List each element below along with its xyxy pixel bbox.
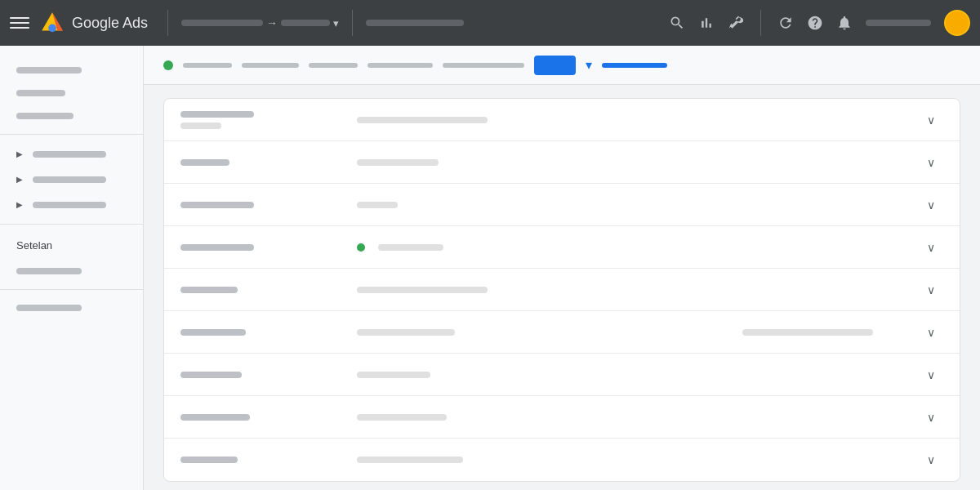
breadcrumb-arrow-icon: → [266, 16, 278, 29]
sidebar-label-6 [33, 202, 106, 208]
chevron-down-icon: ∨ [927, 368, 935, 381]
chevron-down-icon: ∨ [927, 283, 935, 296]
chevron-down-icon: ∨ [927, 241, 935, 254]
nav-divider-3 [760, 10, 761, 36]
row-status-dot [357, 243, 365, 252]
row-col-1 [180, 457, 344, 463]
sidebar-item-3[interactable] [0, 105, 143, 127]
sidebar-item-1[interactable] [0, 59, 143, 82]
chevron-down-icon: ∨ [927, 326, 935, 339]
row-col-2 [357, 159, 729, 166]
row-chevron[interactable]: ∨ [919, 198, 943, 212]
sidebar-item-6[interactable]: ▶ [0, 192, 143, 217]
table-row[interactable]: ∨ [164, 396, 960, 439]
table-row[interactable]: ∨ [164, 184, 960, 226]
sidebar-divider-1 [0, 134, 143, 135]
table-row[interactable]: ∨ [164, 354, 960, 396]
chevron-right-icon-4: ▶ [16, 149, 23, 158]
sidebar-divider-2 [0, 224, 143, 225]
wrench-icon[interactable] [728, 15, 744, 31]
account-label [866, 20, 931, 26]
hamburger-menu[interactable] [10, 13, 29, 33]
sidebar-item-4[interactable]: ▶ [0, 141, 143, 167]
sidebar-label-3 [16, 113, 74, 119]
chevron-down-icon: ∨ [927, 114, 935, 127]
subnav-link[interactable] [602, 63, 667, 68]
row-col-1 [180, 329, 344, 336]
row-chevron[interactable]: ∨ [919, 156, 943, 169]
subnav-item-5[interactable] [443, 63, 524, 68]
refresh-icon[interactable] [777, 15, 794, 31]
row-chevron[interactable]: ∨ [919, 114, 943, 127]
sidebar-label-8 [16, 305, 82, 311]
help-icon[interactable] [807, 15, 823, 31]
row-col-1 [180, 287, 344, 293]
sub-navigation: ▾ [144, 46, 980, 85]
row-chevron[interactable]: ∨ [919, 453, 943, 466]
row-col-2 [357, 457, 729, 463]
table-row[interactable]: ∨ [164, 99, 960, 141]
row-chevron[interactable]: ∨ [919, 368, 943, 381]
nav-divider-1 [167, 10, 168, 36]
row-chevron[interactable]: ∨ [919, 411, 943, 424]
row-col-1 [180, 159, 344, 166]
chevron-down-icon: ∨ [927, 453, 935, 466]
row-col-1 [180, 244, 344, 251]
table-row[interactable]: ∨ [164, 439, 960, 481]
table-row[interactable]: ∨ [164, 269, 960, 311]
row-chevron[interactable]: ∨ [919, 283, 943, 296]
table-row[interactable]: ∨ [164, 226, 960, 269]
row-chevron[interactable]: ∨ [919, 326, 943, 339]
user-avatar[interactable] [944, 10, 970, 36]
sidebar-label-7 [16, 268, 82, 274]
row-col-3 [742, 329, 906, 336]
bar-chart-icon[interactable] [698, 15, 715, 31]
sidebar-label-1 [16, 67, 82, 74]
row-col-1 [180, 111, 344, 129]
breadcrumb: → ▾ [181, 16, 339, 29]
breadcrumb-sub-text [281, 20, 330, 26]
row-col-2 [357, 414, 729, 421]
chevron-down-icon: ∨ [927, 411, 935, 424]
chevron-right-icon-6: ▶ [16, 200, 23, 209]
chevron-down-icon: ∨ [927, 198, 935, 212]
subnav-item-4[interactable] [368, 63, 433, 68]
search-icon[interactable] [669, 15, 685, 31]
table-row[interactable]: ∨ [164, 141, 960, 184]
row-col-2 [357, 287, 729, 293]
sidebar-item-8[interactable] [0, 296, 143, 319]
row-chevron[interactable]: ∨ [919, 241, 943, 254]
row-col-2 [357, 372, 729, 378]
subnav-item-2[interactable] [242, 63, 299, 68]
sidebar-divider-3 [0, 289, 143, 290]
subnav-item-1[interactable] [183, 63, 232, 68]
status-dot [163, 60, 173, 70]
chevron-down-icon: ▾ [333, 17, 339, 29]
row-with-status [357, 243, 729, 252]
table-row[interactable]: ∨ [164, 311, 960, 354]
subnav-item-3[interactable] [309, 63, 358, 68]
bell-icon[interactable] [836, 15, 853, 31]
row-col-1 [180, 202, 344, 208]
sidebar-label-4 [33, 151, 106, 158]
chevron-right-icon-5: ▶ [16, 175, 23, 184]
breadcrumb-dropdown[interactable]: ▾ [281, 17, 339, 29]
row-col-2 [357, 202, 729, 208]
svg-point-2 [48, 24, 56, 33]
sidebar-item-2[interactable] [0, 82, 143, 105]
row-col-1 [180, 414, 344, 421]
nav-divider-2 [352, 10, 353, 36]
sidebar-label-2 [16, 90, 65, 96]
breadcrumb-text [181, 20, 263, 26]
chevron-down-icon: ∨ [927, 156, 935, 169]
sidebar-item-5[interactable]: ▶ [0, 167, 143, 192]
subnav-dropdown[interactable]: ▾ [586, 57, 592, 73]
subnav-active-button[interactable] [534, 56, 576, 75]
sidebar-item-7[interactable] [0, 260, 143, 283]
top-navigation: Google Ads → ▾ [0, 0, 980, 46]
sidebar-settings[interactable]: Setelan [0, 231, 143, 260]
row-col-2 [357, 329, 729, 336]
chevron-down-icon-subnav: ▾ [586, 57, 592, 73]
main-content: ▾ ∨ [144, 46, 980, 490]
app-logo: Google Ads [39, 10, 148, 36]
